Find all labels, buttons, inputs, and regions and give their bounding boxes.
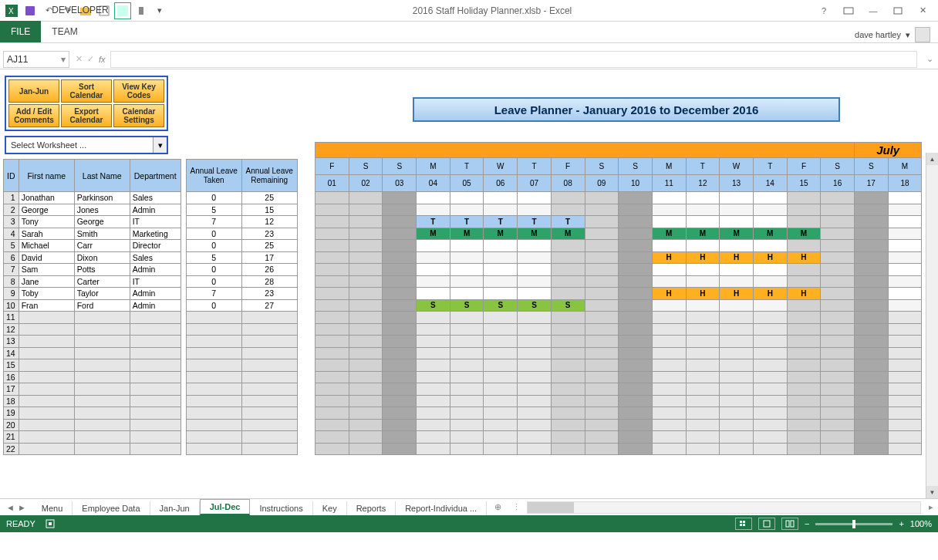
calendar-cell[interactable] [450,419,484,431]
calendar-cell[interactable] [315,383,349,396]
calendar-cell[interactable] [753,275,787,288]
calendar-cell[interactable] [619,431,653,444]
calendar-cell[interactable] [551,288,585,300]
zoom-in-icon[interactable]: + [899,519,903,528]
calendar-cell[interactable] [686,336,720,348]
calendar-cell[interactable] [383,264,417,276]
table-row[interactable] [186,371,297,383]
calendar-cell[interactable] [484,371,518,383]
calendar-cell[interactable] [821,407,855,420]
calendar-row[interactable] [315,419,922,431]
calendar-cell[interactable] [753,299,787,312]
calendar-cell[interactable] [686,419,720,431]
calendar-cell[interactable] [315,216,349,228]
control-button-view-key-codes[interactable]: View Key Codes [113,79,164,103]
calendar-cell[interactable] [383,407,417,420]
calendar-cell[interactable] [484,251,518,264]
calendar-cell[interactable] [484,240,518,252]
calendar-cell[interactable] [349,336,383,348]
calendar-cell[interactable]: H [652,251,686,264]
calendar-cell[interactable] [619,419,653,431]
calendar-cell[interactable]: H [686,288,720,300]
calendar-cell[interactable] [585,336,619,348]
calendar-cell[interactable] [888,192,922,204]
calendar-row[interactable] [315,371,922,383]
calendar-cell[interactable] [484,419,518,431]
calendar-cell[interactable] [855,312,889,324]
zoom-level[interactable]: 100% [910,519,932,528]
calendar-cell[interactable] [349,228,383,240]
calendar-cell[interactable] [585,288,619,300]
calendar-cell[interactable] [619,359,653,372]
calendar-cell[interactable] [349,419,383,431]
table-row[interactable]: 025 [186,240,297,252]
calendar-row[interactable] [315,192,922,204]
calendar-cell[interactable] [686,347,720,359]
calendar-cell[interactable] [383,216,417,228]
calendar-cell[interactable] [652,371,686,383]
calendar-cell[interactable] [720,395,754,407]
calendar-row[interactable]: TTTTT [315,216,922,228]
calendar-cell[interactable] [720,216,754,228]
calendar-cell[interactable] [652,336,686,348]
calendar-cell[interactable] [518,371,552,383]
control-button-sort-calendar[interactable]: Sort Calendar [61,79,112,103]
table-row[interactable]: 18 [4,395,181,407]
chevron-down-icon[interactable]: ▾ [906,30,910,40]
calendar-cell[interactable]: M [720,228,754,240]
calendar-cell[interactable] [450,312,484,324]
calendar-cell[interactable] [450,431,484,444]
page-layout-view-icon[interactable] [758,518,775,530]
control-button-calendar-settings[interactable]: Calendar Settings [113,104,164,127]
calendar-cell[interactable] [518,395,552,407]
calendar-cell[interactable] [855,371,889,383]
worksheet-selector[interactable]: Select Worksheet ... ▾ [5,136,168,154]
calendar-row[interactable] [315,395,922,407]
calendar-cell[interactable] [787,216,821,228]
calendar-cell[interactable] [821,323,855,336]
touch-icon[interactable] [133,2,150,19]
calendar-row[interactable] [315,204,922,216]
calendar-cell[interactable] [484,347,518,359]
calendar-cell[interactable] [787,192,821,204]
calendar-cell[interactable] [349,347,383,359]
calendar-cell[interactable] [518,288,552,300]
calendar-cell[interactable] [720,275,754,288]
calendar-cell[interactable]: H [753,288,787,300]
calendar-cell[interactable]: M [417,228,450,240]
calendar-cell[interactable] [619,216,653,228]
calendar-cell[interactable] [619,288,653,300]
calendar-cell[interactable] [888,204,922,216]
calendar-cell[interactable] [720,299,754,312]
calendar-row[interactable] [315,264,922,276]
calendar-cell[interactable] [619,264,653,276]
calendar-cell[interactable] [484,204,518,216]
calendar-row[interactable]: HHHHH [315,288,922,300]
calendar-cell[interactable] [888,312,922,324]
calendar-cell[interactable] [686,192,720,204]
calendar-cell[interactable] [417,240,450,252]
calendar-cell[interactable] [888,371,922,383]
calendar-cell[interactable] [821,264,855,276]
table-row[interactable]: 712 [186,216,297,228]
calendar-cell[interactable] [518,419,552,431]
calendar-cell[interactable] [484,431,518,444]
calendar-cell[interactable] [888,251,922,264]
calendar-cell[interactable] [383,323,417,336]
calendar-cell[interactable] [551,251,585,264]
sheet-tab-menu[interactable]: Menu [32,501,73,515]
calendar-row[interactable]: MMMMMMMMMM [315,228,922,240]
calendar-cell[interactable] [518,323,552,336]
calendar-cell[interactable] [686,395,720,407]
table-row[interactable]: 21 [4,431,181,444]
calendar-cell[interactable] [450,347,484,359]
calendar-cell[interactable] [652,192,686,204]
calendar-cell[interactable]: M [753,228,787,240]
table-row[interactable] [186,347,297,359]
table-row[interactable]: 5MichaelCarrDirector [4,240,181,252]
table-row[interactable]: 11 [4,312,181,324]
calendar-cell[interactable] [585,192,619,204]
calendar-cell[interactable] [349,323,383,336]
calendar-cell[interactable] [787,443,821,455]
calendar-cell[interactable] [652,216,686,228]
